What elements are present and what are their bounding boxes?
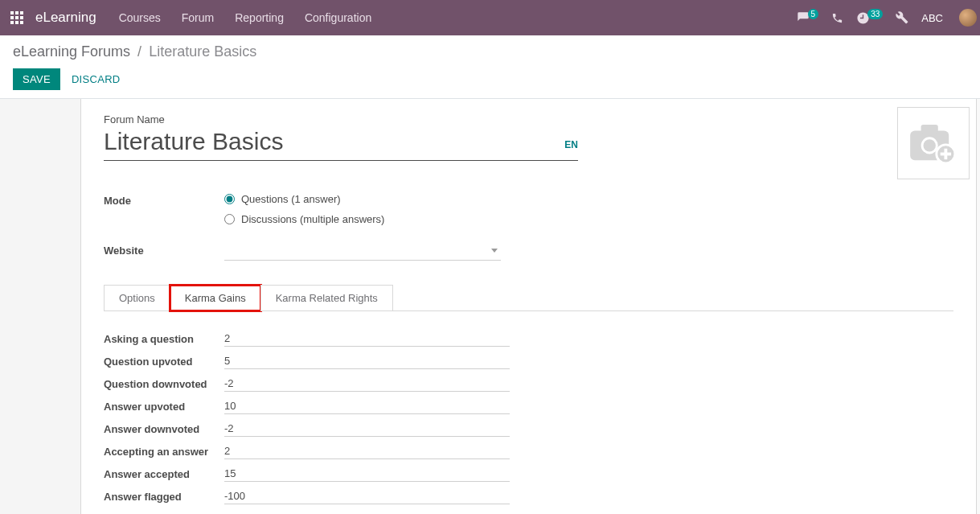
- sheet-left-gutter: [0, 99, 80, 514]
- avatar[interactable]: [959, 9, 977, 27]
- activities-badge: 33: [867, 9, 883, 19]
- mode-option-questions[interactable]: Questions (1 answer): [224, 193, 384, 205]
- karma-input-question-downvoted[interactable]: [224, 376, 510, 392]
- karma-label: Asking a question: [104, 333, 224, 345]
- mode-radio-group: Questions (1 answer) Discussions (multip…: [224, 193, 384, 225]
- karma-label: Answer upvoted: [104, 401, 224, 413]
- nav-link-configuration[interactable]: Configuration: [305, 11, 371, 24]
- form-sheet-wrap: Forum Name EN Mode Questions (1 answer) …: [0, 99, 980, 514]
- nav-link-reporting[interactable]: Reporting: [235, 11, 284, 24]
- mode-option-discussions-label: Discussions (multiple answers): [241, 213, 384, 225]
- karma-input-answer-downvoted[interactable]: [224, 421, 510, 437]
- nav-link-forum[interactable]: Forum: [182, 11, 214, 24]
- karma-row: Answer downvoted: [104, 417, 953, 440]
- karma-row: Answer upvoted: [104, 395, 953, 417]
- svg-rect-6: [941, 153, 951, 156]
- mode-row: Mode Questions (1 answer) Discussions (m…: [104, 193, 953, 225]
- website-label: Website: [104, 243, 224, 257]
- user-name[interactable]: ABC: [921, 12, 943, 24]
- image-placeholder[interactable]: [897, 107, 970, 179]
- lang-button[interactable]: EN: [564, 139, 578, 160]
- mode-option-questions-label: Questions (1 answer): [241, 193, 341, 205]
- karma-row: Asking a question: [104, 327, 953, 350]
- action-buttons: SAVE DISCARD: [13, 68, 967, 90]
- tab-body-karma-gains: Asking a question Question upvoted Quest…: [104, 310, 953, 508]
- karma-label: Answer accepted: [104, 468, 224, 480]
- karma-label: Answer flagged: [104, 491, 224, 503]
- karma-row: Answer accepted: [104, 463, 953, 485]
- karma-input-answer-upvoted[interactable]: [224, 398, 510, 414]
- tab-options[interactable]: Options: [104, 285, 170, 311]
- forum-name-label: Forum Name: [104, 113, 953, 125]
- karma-row: Accepting an answer: [104, 440, 953, 463]
- brand-title[interactable]: eLearning: [35, 10, 96, 26]
- karma-input-accepting-answer[interactable]: [224, 443, 510, 459]
- forum-name-input[interactable]: [104, 126, 564, 160]
- karma-row: Question downvoted: [104, 372, 953, 395]
- messages-badge: 5: [808, 9, 819, 19]
- karma-label: Question upvoted: [104, 356, 224, 368]
- mode-radio-discussions[interactable]: [224, 214, 235, 224]
- save-button[interactable]: SAVE: [13, 68, 60, 90]
- form-sheet: Forum Name EN Mode Questions (1 answer) …: [80, 99, 977, 514]
- karma-label: Answer downvoted: [104, 423, 224, 435]
- discard-button[interactable]: DISCARD: [72, 73, 121, 85]
- clock-icon[interactable]: 33: [856, 11, 883, 25]
- tab-karma-gains[interactable]: Karma Gains: [170, 285, 261, 311]
- breadcrumb: eLearning Forums / Literature Basics: [13, 43, 967, 60]
- breadcrumb-parent[interactable]: eLearning Forums: [13, 43, 130, 60]
- mode-radio-questions[interactable]: [224, 194, 235, 204]
- karma-label: Accepting an answer: [104, 446, 224, 458]
- tabs: Options Karma Gains Karma Related Rights: [104, 285, 953, 311]
- title-row: EN: [104, 126, 578, 161]
- breadcrumb-sep: /: [137, 43, 141, 60]
- phone-icon[interactable]: [831, 12, 843, 24]
- messages-icon[interactable]: 5: [796, 11, 819, 24]
- tab-karma-rights[interactable]: Karma Related Rights: [260, 285, 393, 311]
- camera-plus-icon: [908, 123, 958, 163]
- karma-input-asking-question[interactable]: [224, 331, 510, 347]
- control-panel: eLearning Forums / Literature Basics SAV…: [0, 35, 980, 99]
- top-navbar: eLearning Courses Forum Reporting Config…: [0, 0, 980, 35]
- debug-icon[interactable]: [896, 11, 908, 24]
- mode-label: Mode: [104, 193, 224, 207]
- nav-link-courses[interactable]: Courses: [119, 11, 161, 24]
- svg-point-3: [924, 139, 936, 151]
- karma-input-question-upvoted[interactable]: [224, 353, 510, 369]
- karma-input-answer-accepted[interactable]: [224, 466, 510, 482]
- karma-input-answer-flagged[interactable]: [224, 488, 510, 504]
- breadcrumb-current: Literature Basics: [149, 43, 256, 60]
- website-select[interactable]: [224, 243, 501, 261]
- apps-icon[interactable]: [10, 10, 24, 25]
- karma-row: Answer flagged: [104, 485, 953, 508]
- mode-option-discussions[interactable]: Discussions (multiple answers): [224, 213, 384, 225]
- karma-row: Question upvoted: [104, 350, 953, 372]
- svg-rect-1: [921, 125, 938, 134]
- website-row: Website: [104, 243, 953, 261]
- karma-label: Question downvoted: [104, 378, 224, 390]
- nav-links: Courses Forum Reporting Configuration: [119, 11, 796, 24]
- nav-right: 5 33 ABC: [796, 9, 970, 27]
